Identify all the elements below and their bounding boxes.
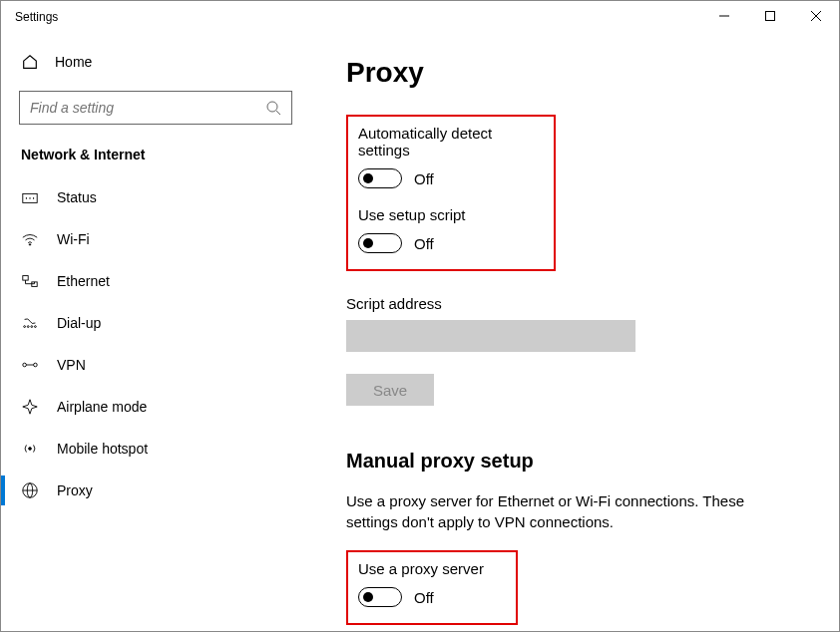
hotspot-icon <box>21 440 39 458</box>
sidebar-item-wifi[interactable]: Wi-Fi <box>1 218 310 260</box>
sidebar-item-status[interactable]: Status <box>1 176 310 218</box>
use-proxy-toggle[interactable] <box>358 587 402 607</box>
sidebar-item-label: Mobile hotspot <box>57 441 148 457</box>
sidebar-item-hotspot[interactable]: Mobile hotspot <box>1 428 310 470</box>
highlight-proxy-section: Use a proxy server Off <box>346 550 518 625</box>
highlight-auto-section: Automatically detect settings Off Use se… <box>346 115 556 271</box>
sidebar-item-ethernet[interactable]: Ethernet <box>1 260 310 302</box>
home-nav[interactable]: Home <box>1 43 310 81</box>
sidebar-item-label: Airplane mode <box>57 399 147 415</box>
manual-description: Use a proxy server for Ethernet or Wi-Fi… <box>346 490 785 532</box>
svg-point-4 <box>267 102 277 112</box>
sidebar-item-label: Proxy <box>57 482 93 498</box>
minimize-button[interactable] <box>701 1 747 31</box>
globe-icon <box>21 481 39 499</box>
window-title: Settings <box>15 10 58 24</box>
sidebar-item-dialup[interactable]: Dial-up <box>1 302 310 344</box>
main-panel: Proxy Automatically detect settings Off … <box>310 33 839 632</box>
sidebar-item-proxy[interactable]: Proxy <box>1 470 310 511</box>
sidebar-item-vpn[interactable]: VPN <box>1 344 310 386</box>
use-script-label: Use setup script <box>358 206 544 223</box>
use-script-value: Off <box>414 235 434 252</box>
script-address-input[interactable] <box>346 320 635 352</box>
use-proxy-label: Use a proxy server <box>358 560 506 577</box>
svg-point-20 <box>29 448 32 451</box>
svg-rect-1 <box>766 12 775 21</box>
svg-rect-11 <box>23 276 28 281</box>
sidebar-item-airplane[interactable]: Airplane mode <box>1 386 310 428</box>
auto-detect-label: Automatically detect settings <box>358 125 544 158</box>
auto-detect-toggle[interactable] <box>358 168 402 188</box>
use-script-toggle[interactable] <box>358 233 402 253</box>
svg-point-16 <box>35 326 37 328</box>
save-button[interactable]: Save <box>346 374 434 406</box>
svg-point-15 <box>31 326 33 328</box>
auto-detect-value: Off <box>414 170 434 187</box>
svg-point-13 <box>24 326 26 328</box>
search-input[interactable] <box>19 91 292 125</box>
script-address-label: Script address <box>346 295 809 312</box>
svg-point-10 <box>29 244 30 245</box>
dialup-icon <box>21 314 39 332</box>
wifi-icon <box>21 230 39 248</box>
close-button[interactable] <box>793 1 839 31</box>
home-label: Home <box>55 54 92 70</box>
vpn-icon <box>21 356 39 374</box>
svg-line-5 <box>276 111 280 115</box>
use-proxy-value: Off <box>414 589 434 606</box>
manual-heading: Manual proxy setup <box>346 450 809 473</box>
home-icon <box>21 53 39 71</box>
svg-point-18 <box>34 363 38 367</box>
svg-point-14 <box>27 326 29 328</box>
page-title: Proxy <box>346 57 809 89</box>
search-field[interactable] <box>30 100 249 116</box>
sidebar-item-label: Wi-Fi <box>57 231 90 247</box>
sidebar-item-label: Ethernet <box>57 273 110 289</box>
search-icon <box>265 100 281 116</box>
ethernet-icon <box>21 272 39 290</box>
sidebar: Home Network & Internet Status Wi-Fi Eth… <box>1 33 310 632</box>
airplane-icon <box>21 398 39 416</box>
sidebar-item-label: VPN <box>57 357 86 373</box>
status-icon <box>21 188 39 206</box>
svg-point-17 <box>23 363 27 367</box>
maximize-button[interactable] <box>747 1 793 31</box>
sidebar-item-label: Status <box>57 189 97 205</box>
sidebar-item-label: Dial-up <box>57 315 101 331</box>
section-title: Network & Internet <box>1 139 310 176</box>
